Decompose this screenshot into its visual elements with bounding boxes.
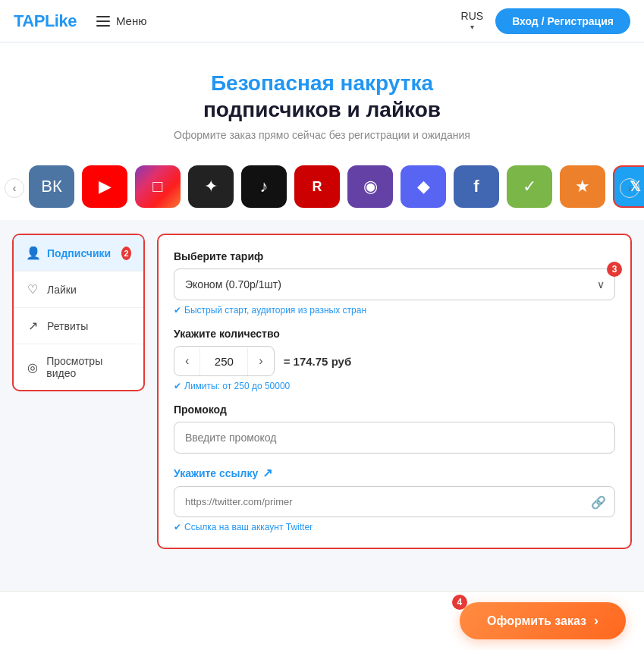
likes-icon: ♡ <box>26 282 39 297</box>
views-icon: ◎ <box>26 360 39 375</box>
tariff-select-wrapper: Эконом (0.70р/1шт) ∨ 3 <box>174 268 615 300</box>
form-panel: Выберите тариф Эконом (0.70р/1шт) ∨ 3 ✔ … <box>157 234 632 549</box>
sidebar-label-views: Просмотры видео <box>46 355 131 379</box>
lang-label: RUS <box>461 10 484 23</box>
tariff-select[interactable]: Эконом (0.70р/1шт) <box>174 268 615 300</box>
header: TAPLike Меню RUS ▾ Вход / Регистрация <box>0 0 644 42</box>
quantity-row: ‹ › = 174.75 руб <box>174 346 615 376</box>
social-btn-youtube[interactable]: ▶ <box>82 165 127 208</box>
link-label-text: Укажите ссылку <box>174 467 258 479</box>
sidebar-item-likes[interactable]: ♡ Лайки <box>14 272 143 308</box>
hero-section: Безопасная накрутка подписчиков и лайков… <box>0 42 644 156</box>
subscribers-icon: 👤 <box>26 246 39 260</box>
link-chain-icon: 🔗 <box>591 495 606 509</box>
social-btn-vk[interactable]: ВК <box>29 165 74 208</box>
sidebar-item-subscribers[interactable]: 👤 Подписчики 2 <box>14 235 143 272</box>
hero-subtitle: Оформите заказ прямо сейчас без регистра… <box>15 129 629 141</box>
promo-input[interactable] <box>174 422 615 454</box>
footer-bar: 4 Оформить заказ › <box>0 591 644 650</box>
badge-4: 4 <box>452 595 467 610</box>
sidebar-item-views[interactable]: ◎ Просмотры видео <box>14 344 143 390</box>
quantity-decrease-button[interactable]: ‹ <box>174 347 199 375</box>
social-btn-tiktok[interactable]: ♪ <box>241 165 287 208</box>
link-hint: ✔ Ссылка на ваш аккаунт Twitter <box>174 522 615 532</box>
logo-like: Like <box>45 11 77 30</box>
order-button[interactable]: Оформить заказ › <box>460 602 626 639</box>
promo-label: Промокод <box>174 404 615 416</box>
social-carousel: ‹ ВК ▶ □ ✦ ♪ R ◉ ◆ f ✓ ★ 𝕏 Twitter 1 › <box>0 156 644 220</box>
link-arrow-icon: ↗ <box>262 466 272 480</box>
sidebar-label-subscribers: Подписчики <box>47 247 111 259</box>
social-btn-discord[interactable]: ◆ <box>401 165 446 208</box>
badge-2: 2 <box>121 246 131 260</box>
logo-tap: TAP <box>14 11 45 30</box>
tariff-hint: ✔ Быстрый старт, аудитория из разных стр… <box>174 305 615 316</box>
social-btn-star[interactable]: ✦ <box>188 165 234 208</box>
link-section: Укажите ссылку ↗ 🔗 ✔ Ссылка на ваш аккау… <box>174 466 615 532</box>
main-content: 👤 Подписчики 2 ♡ Лайки ↗ Ретвиты ◎ Просм… <box>0 220 644 625</box>
retweets-icon: ↗ <box>26 319 39 333</box>
chevron-down-icon: ▾ <box>470 23 474 32</box>
order-label: Оформить заказ <box>487 614 586 628</box>
carousel-list: ВК ▶ □ ✦ ♪ R ◉ ◆ f ✓ ★ 𝕏 Twitter 1 <box>0 165 644 208</box>
order-btn-wrapper: 4 Оформить заказ › <box>460 602 626 639</box>
social-btn-ok[interactable]: ★ <box>560 165 605 208</box>
carousel-right-arrow[interactable]: › <box>620 178 639 198</box>
logo: TAPLike <box>14 11 77 31</box>
social-btn-check[interactable]: ✓ <box>507 165 552 208</box>
hero-title: Безопасная накрутка подписчиков и лайков <box>15 70 629 123</box>
language-button[interactable]: RUS ▾ <box>461 10 484 32</box>
order-chevron-icon: › <box>594 613 598 629</box>
hint-check-icon: ✔ <box>174 305 181 316</box>
social-btn-instagram[interactable]: □ <box>135 165 181 208</box>
social-btn-rutube[interactable]: R <box>294 165 340 208</box>
hint-check-icon2: ✔ <box>174 381 181 391</box>
hint-check-icon3: ✔ <box>174 522 181 532</box>
badge-3: 3 <box>607 262 622 277</box>
sidebar-label-retweets: Ретвиты <box>47 320 88 332</box>
menu-button[interactable]: Меню <box>89 10 155 32</box>
quantity-section: Укажите количество ‹ › = 174.75 руб ✔ Ли… <box>174 328 615 391</box>
promo-section: Промокод <box>174 404 615 454</box>
social-btn-twitch[interactable]: ◉ <box>347 165 393 208</box>
carousel-left-arrow[interactable]: ‹ <box>5 178 24 198</box>
menu-icon <box>96 16 110 27</box>
price-display: = 174.75 руб <box>284 355 352 368</box>
quantity-input[interactable] <box>199 347 248 375</box>
link-input-wrapper: 🔗 <box>174 486 615 517</box>
menu-label: Меню <box>116 14 147 27</box>
tariff-section: Выберите тариф Эконом (0.70р/1шт) ∨ 3 ✔ … <box>174 250 615 316</box>
quantity-increase-button[interactable]: › <box>248 347 273 375</box>
sidebar-item-retweets[interactable]: ↗ Ретвиты <box>14 308 143 344</box>
hero-title-blue: Безопасная накрутка <box>211 71 433 95</box>
sidebar: 👤 Подписчики 2 ♡ Лайки ↗ Ретвиты ◎ Просм… <box>12 234 145 391</box>
hero-title-black: подписчиков и лайков <box>203 98 441 121</box>
tariff-label: Выберите тариф <box>174 250 615 262</box>
login-button[interactable]: Вход / Регистрация <box>495 8 630 34</box>
sidebar-label-likes: Лайки <box>47 284 77 296</box>
quantity-control: ‹ › <box>174 346 275 376</box>
quantity-hint: ✔ Лимиты: от 250 до 50000 <box>174 381 615 391</box>
link-label-row: Укажите ссылку ↗ <box>174 466 615 480</box>
quantity-label: Укажите количество <box>174 328 615 340</box>
social-btn-facebook[interactable]: f <box>454 165 499 208</box>
link-input[interactable] <box>174 486 615 517</box>
